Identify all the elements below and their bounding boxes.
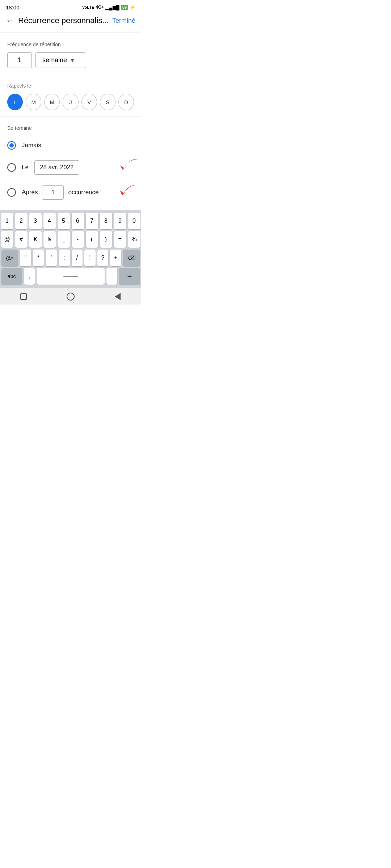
top-nav: ← Récurrence personnalis... Terminé: [0, 13, 141, 30]
status-bar: 18:00 VoLTE 4G+ ▂▄▆█ 59 ⚡: [0, 0, 141, 13]
key-enter[interactable]: →: [119, 268, 140, 285]
frequency-number-input[interactable]: 1: [7, 52, 32, 68]
key-comma[interactable]: ,: [24, 268, 35, 285]
frequency-row: 1 semaine ▼: [7, 52, 134, 68]
key-lparen[interactable]: (: [86, 231, 98, 248]
key-space[interactable]: [37, 268, 105, 285]
key-plus[interactable]: +: [110, 250, 121, 266]
key-euro[interactable]: €: [29, 231, 42, 248]
frequency-unit-select[interactable]: semaine ▼: [35, 52, 86, 68]
red-arrow-date: [109, 156, 141, 183]
radio-jamais[interactable]: [7, 141, 16, 150]
day-samedi[interactable]: S: [100, 94, 115, 110]
status-icons: VoLTE 4G+ ▂▄▆█ 59 ⚡: [82, 5, 135, 10]
key-period[interactable]: .: [106, 268, 117, 285]
key-braces[interactable]: {&=: [1, 250, 18, 266]
key-equals[interactable]: =: [114, 231, 126, 248]
key-percent[interactable]: %: [128, 231, 140, 248]
divider-freq: [0, 74, 141, 74]
signal-bars: ▂▄▆█: [105, 5, 119, 10]
jamais-label: Jamais: [22, 142, 41, 149]
day-mardi[interactable]: M: [26, 94, 41, 110]
key-6[interactable]: 6: [72, 213, 84, 229]
back-button[interactable]: ←: [6, 16, 14, 25]
apres-row: Après 1 occurrence: [22, 185, 99, 200]
key-at[interactable]: @: [1, 231, 13, 248]
rappels-label: Rappels le: [7, 83, 134, 89]
key-question[interactable]: ?: [97, 250, 109, 266]
red-arrow-occurrence: [107, 180, 141, 207]
key-hash[interactable]: #: [15, 231, 28, 248]
network-label: VoLTE: [82, 5, 94, 9]
signal-strength: 4G+: [96, 5, 104, 10]
done-button[interactable]: Terminé: [112, 17, 135, 25]
apres-label: Après: [22, 189, 38, 196]
key-abc[interactable]: abc: [1, 268, 22, 285]
nav-back-button[interactable]: [113, 292, 123, 302]
key-star[interactable]: *: [33, 250, 44, 266]
status-time: 18:00: [6, 4, 20, 10]
key-8[interactable]: 8: [100, 213, 112, 229]
rappels-section: Rappels le L M M J V S D: [0, 77, 141, 113]
keyboard: 1 2 3 4 5 6 7 8 9 0 @ # € & _ - ( ) = % …: [0, 210, 141, 288]
nav-home-button[interactable]: [66, 292, 76, 302]
key-underscore[interactable]: _: [58, 231, 70, 248]
day-vendredi[interactable]: V: [81, 94, 97, 110]
radio-jamais-inner: [9, 143, 14, 148]
radio-apres[interactable]: [7, 188, 16, 197]
key-0[interactable]: 0: [128, 213, 140, 229]
key-dash[interactable]: -: [72, 231, 84, 248]
nav-recents-button[interactable]: [18, 292, 29, 302]
key-7[interactable]: 7: [86, 213, 98, 229]
key-slash[interactable]: /: [72, 250, 83, 266]
key-delete[interactable]: ⌫: [123, 250, 140, 266]
end-option-le[interactable]: Le 28 avr. 2022: [7, 155, 134, 180]
key-1[interactable]: 1: [1, 213, 13, 229]
frequency-section: Fréquence de répétition 1 semaine ▼: [0, 36, 141, 71]
key-3[interactable]: 3: [29, 213, 42, 229]
end-option-apres[interactable]: Après 1 occurrence: [7, 180, 134, 207]
key-exclaim[interactable]: !: [84, 250, 96, 266]
key-quote[interactable]: ": [20, 250, 31, 266]
end-option-jamais[interactable]: Jamais: [7, 136, 134, 155]
recents-square-icon: [20, 293, 27, 300]
key-2[interactable]: 2: [15, 213, 28, 229]
key-colon[interactable]: :: [59, 250, 70, 266]
key-rparen[interactable]: ): [100, 231, 112, 248]
divider-days: [0, 116, 141, 116]
key-4[interactable]: 4: [43, 213, 56, 229]
occurrence-label: occurrence: [68, 189, 98, 196]
key-apostrophe[interactable]: ': [46, 250, 57, 266]
charging-icon: ⚡: [130, 5, 135, 10]
back-triangle-icon: [115, 293, 121, 300]
key-5[interactable]: 5: [58, 213, 70, 229]
page-title: Récurrence personnalis...: [18, 16, 112, 25]
se-termine-section: Se termine Jamais Le 28 avr. 2022 Après …: [0, 119, 141, 210]
days-row: L M M J V S D: [7, 94, 134, 110]
frequency-label: Fréquence de répétition: [7, 42, 134, 47]
dropdown-arrow-icon: ▼: [70, 58, 75, 63]
home-circle-icon: [67, 293, 75, 301]
divider-top: [0, 33, 141, 33]
day-mercredi[interactable]: M: [44, 94, 60, 110]
space-bar-line: [63, 276, 78, 277]
delete-icon: ⌫: [127, 255, 136, 261]
key-9[interactable]: 9: [114, 213, 126, 229]
keyboard-bottom-row: abc , . →: [1, 268, 140, 285]
radio-le[interactable]: [7, 163, 16, 172]
day-jeudi[interactable]: J: [63, 94, 78, 110]
nav-bar: [0, 288, 141, 305]
battery-indicator: 59: [121, 5, 128, 10]
se-termine-label: Se termine: [7, 125, 134, 131]
le-label: Le: [22, 164, 29, 171]
occurrence-input[interactable]: 1: [42, 185, 64, 200]
key-ampersand[interactable]: &: [43, 231, 56, 248]
keyboard-special-row: {&= " * ' : / ! ? + ⌫: [1, 250, 140, 266]
keyboard-symbol-row: @ # € & _ - ( ) = %: [1, 231, 140, 248]
keyboard-number-row: 1 2 3 4 5 6 7 8 9 0: [1, 213, 140, 229]
day-lundi[interactable]: L: [7, 94, 23, 110]
date-input[interactable]: 28 avr. 2022: [34, 160, 79, 175]
day-dimanche[interactable]: D: [118, 94, 134, 110]
